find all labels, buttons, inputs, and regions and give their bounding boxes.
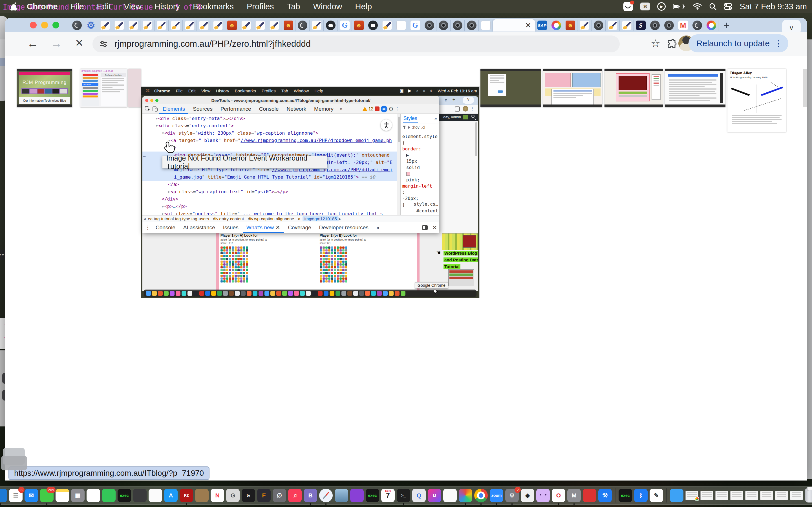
control-center-icon[interactable]	[724, 3, 732, 10]
devtools-warning-count[interactable]: 12 1	[362, 107, 379, 112]
menu-bar-clock[interactable]: Sat 7 Feb 9:33 am	[740, 2, 807, 11]
pinned-tab-wp-edit[interactable]	[577, 20, 592, 31]
pinned-tab-wp-edit[interactable]	[98, 20, 112, 31]
dock-launchpad-icon[interactable]: ▦	[71, 489, 85, 502]
dock-window-thumb[interactable]	[745, 491, 758, 500]
pinned-tab-wp-edit[interactable]	[211, 20, 225, 31]
menu-item[interactable]: Bookmarks	[186, 2, 240, 11]
minimize-window-button[interactable]	[41, 22, 48, 29]
new-tab-button[interactable]: +	[718, 19, 734, 31]
dock-firefox-icon[interactable]: F	[257, 489, 271, 502]
breadcrumb-item[interactable]: div.wp-caption.alignnone	[246, 216, 296, 221]
dock-window-thumb[interactable]	[700, 491, 713, 500]
pinned-tab-blank-page[interactable]	[479, 20, 493, 31]
dock-exec-script-icon[interactable]: exec	[117, 489, 131, 502]
dock-apple-tv-icon[interactable]: tv	[242, 489, 255, 502]
thumbnail-wordpress-post[interactable]	[605, 69, 663, 107]
menu-item[interactable]: Window	[306, 2, 349, 11]
dock-gimp-icon[interactable]: G	[226, 489, 240, 502]
code-line[interactable]: ▾<div class="entry-meta">…</div>	[142, 115, 397, 122]
dock-blank-document-icon[interactable]	[443, 489, 457, 502]
screen-record-icon[interactable]: ▶	[657, 2, 666, 11]
dock-zoom-icon[interactable]: zoom	[490, 489, 503, 502]
pinned-tab-chromium[interactable]	[437, 20, 451, 31]
active-tab[interactable]: ✕	[493, 19, 535, 32]
crumb-scroll-right-icon[interactable]: ▸	[339, 216, 342, 221]
drawer-tab-ai-assistance[interactable]: AI assistance	[180, 222, 219, 233]
dock-window-thumb[interactable]	[715, 491, 728, 500]
dock-chrome-window-thumb[interactable]	[686, 491, 698, 500]
device-toolbar-icon[interactable]	[152, 106, 158, 112]
drawer-tab-issues[interactable]: Issues	[219, 222, 242, 233]
pinned-tab-settings-gear[interactable]: ⚙	[84, 20, 98, 31]
thumbnail-list-page[interactable]	[665, 69, 725, 107]
dock-messages-icon[interactable]: 209	[40, 489, 54, 502]
pinned-tab-site-globe[interactable]	[690, 20, 704, 31]
dock-window-thumb[interactable]	[775, 491, 788, 500]
dock-opera-icon[interactable]: O	[552, 489, 565, 502]
dock-system-settings-icon[interactable]: ⚙2	[505, 489, 519, 502]
pinned-tab-github[interactable]	[366, 20, 380, 31]
dock-dashboard-gauge-icon[interactable]	[583, 489, 596, 502]
dock-blue-folder-icon[interactable]	[670, 489, 683, 502]
code-line[interactable]: </a>	[142, 181, 397, 188]
styles-tab[interactable]: Styles	[403, 114, 418, 122]
crumb-scroll-left-icon[interactable]: ◂	[144, 216, 146, 221]
dock-inkscape-icon[interactable]: ◆	[521, 489, 534, 502]
pinned-tab-color-dots[interactable]	[704, 20, 718, 31]
inspect-element-icon[interactable]	[145, 106, 151, 112]
thumbnail-ipad-settings[interactable]: iPad iOS Upgrade ... 4 of 44 General Sof…	[80, 69, 127, 107]
code-line[interactable]: ▸<p>…</p>	[142, 203, 397, 210]
dock-notes-icon[interactable]	[56, 489, 69, 502]
styles-more-icon[interactable]: »	[435, 116, 437, 121]
pinned-tab-wp-edit[interactable]	[239, 20, 253, 31]
pinned-tab-wp-edit[interactable]	[310, 20, 324, 31]
input-switcher-icon[interactable]: ⌘	[640, 3, 650, 10]
back-button[interactable]: ←	[27, 37, 38, 50]
dock-xcode-icon[interactable]: ⚒	[598, 489, 612, 502]
dock-pixelmator-icon[interactable]	[459, 489, 472, 502]
forward-button[interactable]: →	[51, 37, 62, 50]
devtools-tab-memory[interactable]: Memory	[311, 104, 337, 114]
breadcrumb-item[interactable]: div.entry-content	[211, 216, 246, 221]
pinned-tab-chromium[interactable]	[422, 20, 437, 31]
thumbnail-olive-dialog[interactable]	[480, 69, 541, 107]
breadcrumb-item[interactable]: img#igm1210185	[303, 216, 338, 221]
dock-finder-icon[interactable]	[0, 489, 7, 502]
menu-item-app[interactable]: Chrome	[20, 2, 64, 11]
pinned-tab-wp-edit[interactable]	[620, 20, 634, 31]
breadcrumb-item[interactable]: a	[296, 216, 302, 221]
address-bar[interactable]: rjmprogramming.com.au/PHP/zero.html?jfhk…	[93, 36, 620, 52]
pinned-tab-emoji-book[interactable]: ☻	[352, 20, 366, 31]
close-tab-icon[interactable]: ✕	[525, 21, 531, 30]
devtools-settings-gear-icon[interactable]: ⚙	[389, 106, 394, 112]
relaunch-to-update-button[interactable]: Relaunch to update ⋮	[689, 34, 788, 52]
drawer-menu-dots-icon[interactable]: ⋮	[144, 224, 151, 231]
pinned-tab-emoji-book[interactable]: ☻	[563, 20, 577, 31]
dock-music-icon[interactable]: ♫	[288, 489, 302, 502]
pinned-tab-google[interactable]: G	[338, 20, 352, 31]
dock-window-thumb[interactable]	[790, 491, 803, 500]
pinned-tab-wp-edit[interactable]	[380, 20, 394, 31]
drawer-tab-coverage[interactable]: Coverage	[284, 222, 315, 233]
mimestream-icon[interactable]	[623, 2, 633, 11]
devtools-tab-sources[interactable]: Sources	[190, 104, 216, 114]
bookmark-star-icon[interactable]: ☆	[651, 37, 660, 50]
drawer-tab-console[interactable]: Console	[152, 222, 179, 233]
code-line[interactable]: ▾<div class="entry-content">	[142, 122, 397, 129]
styles-filter-row[interactable]: F :hov .cl	[401, 123, 439, 131]
apple-logo-icon[interactable]	[10, 2, 17, 11]
pinned-tab-emoji-book[interactable]: ☻	[225, 20, 239, 31]
pinned-tab-chromium[interactable]	[465, 20, 479, 31]
url-text[interactable]: rjmprogramming.com.au/PHP/zero.html?jfhk…	[114, 39, 311, 49]
elements-scrollbar[interactable]	[397, 114, 400, 215]
browser-menu-dots-icon[interactable]: ⋮	[774, 39, 783, 48]
dock-exec-script-2-icon[interactable]: exec	[366, 489, 379, 502]
dock-bluetooth-icon[interactable]: ᛒ	[634, 489, 648, 502]
dock-trash-icon[interactable]	[805, 489, 812, 503]
menu-item[interactable]: File	[64, 2, 91, 11]
devtools-tab-network[interactable]: Network	[283, 104, 310, 114]
pinned-tab-wp-edit[interactable]	[126, 20, 140, 31]
pinned-tab-wp-edit[interactable]	[183, 20, 197, 31]
thumbnail-blog-cards[interactable]	[543, 69, 602, 107]
